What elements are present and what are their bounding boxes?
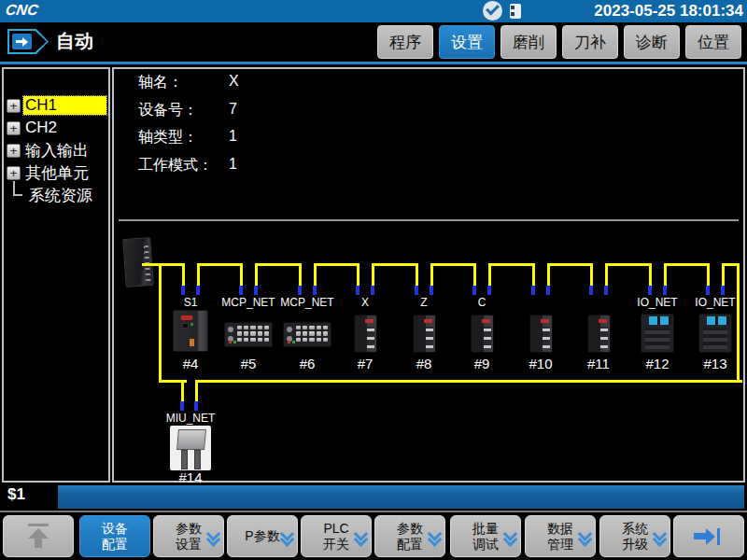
drive-led — [190, 323, 193, 326]
sidebar-item-4[interactable]: 系统资源 — [6, 185, 106, 205]
io-terminals — [703, 328, 727, 349]
sidebar-item-label: CH2 — [23, 119, 59, 137]
bus-wire — [605, 263, 608, 286]
bus-wire — [182, 263, 185, 286]
drive-display — [599, 319, 607, 323]
bus-connector — [472, 286, 476, 295]
sidebar-item-2[interactable]: +输入输出 — [6, 140, 106, 161]
softkey-3[interactable]: P参数 — [227, 515, 298, 557]
bus-connector — [706, 286, 710, 295]
panel-key — [296, 331, 301, 335]
bus-connector — [531, 286, 535, 295]
sidebar-item-1[interactable]: +CH2 — [6, 118, 106, 138]
drive-connectors — [543, 327, 550, 348]
drive-display — [424, 319, 432, 323]
expand-icon[interactable]: + — [7, 99, 21, 113]
bus-wire — [197, 263, 243, 266]
bus-wire — [240, 263, 243, 286]
panel-keys — [237, 326, 269, 342]
device-#6[interactable] — [283, 322, 331, 347]
bus-connector — [487, 286, 491, 295]
softkey-1[interactable]: 设备配置 — [79, 515, 150, 557]
device-#11[interactable] — [587, 315, 611, 353]
expand-icon[interactable]: + — [7, 166, 21, 180]
device-id-label: #13 — [686, 356, 744, 371]
bus-wire — [547, 263, 593, 266]
top-tab-1[interactable]: 设置 — [439, 25, 495, 59]
softkey-8[interactable]: 系统升级 — [599, 515, 670, 557]
panel-key — [250, 331, 255, 335]
device-id-label: #9 — [453, 356, 511, 371]
page-up-icon — [28, 524, 49, 549]
bus-wire — [142, 263, 185, 266]
panel-key — [303, 331, 307, 335]
panel-led — [233, 341, 236, 343]
device-#10[interactable] — [529, 315, 553, 353]
info-value: 1 — [229, 156, 237, 173]
expand-icon[interactable]: + — [7, 144, 21, 158]
device-#13[interactable] — [698, 314, 732, 353]
panel-key — [309, 338, 314, 342]
bus-wire — [547, 263, 550, 286]
io-terminals — [645, 328, 669, 349]
bus-wire — [181, 383, 184, 401]
drive-display — [541, 319, 549, 323]
top-tab-4[interactable]: 诊断 — [624, 25, 680, 59]
cnc-logo: CNC — [5, 2, 39, 19]
sidebar-item-0[interactable]: +CH1 — [6, 95, 106, 116]
chevron-down-icon — [207, 529, 219, 543]
datetime: 2023-05-25 18:01:34 — [594, 2, 743, 21]
divider-strip — [0, 62, 747, 64]
bus-wire — [430, 263, 433, 286]
info-label: 轴名： — [138, 73, 183, 92]
bus-connector — [180, 401, 184, 411]
mode-label: 自动 — [56, 29, 93, 54]
top-tab-2[interactable]: 磨削 — [500, 25, 557, 59]
device-#7[interactable] — [354, 315, 377, 353]
main-panel: S1#4MCP_NET#5MCP_NET#6X#7Z#8C#9#10#11IO_… — [112, 67, 745, 483]
softkey-5[interactable]: 参数配置 — [374, 515, 445, 557]
panel-led — [292, 341, 295, 343]
bus-wire — [357, 263, 359, 286]
softkey-4[interactable]: PLC开关 — [301, 515, 372, 557]
panel-key — [317, 338, 321, 342]
bus-wire — [664, 263, 667, 286]
softkey-2[interactable]: 参数设置 — [153, 515, 224, 557]
device-#14[interactable] — [170, 426, 211, 470]
bus-wire — [430, 263, 476, 266]
device-#9[interactable] — [471, 315, 494, 353]
drive-display — [365, 319, 374, 323]
top-tab-5[interactable]: 位置 — [685, 25, 741, 59]
page-up-button[interactable] — [3, 515, 74, 557]
sidebar-item-3[interactable]: +其他单元 — [6, 162, 106, 183]
device-#4[interactable] — [173, 310, 208, 352]
panel-keys — [296, 326, 328, 342]
device-id-label: #10 — [512, 356, 570, 371]
drive-button — [182, 323, 189, 329]
info-value: 1 — [229, 128, 237, 145]
softkey-7[interactable]: 数据管理 — [525, 515, 596, 557]
device-id-label: #12 — [628, 356, 686, 371]
device-#12[interactable] — [641, 314, 674, 353]
top-tab-0[interactable]: 程序 — [377, 25, 433, 59]
panel-key — [309, 331, 314, 335]
bus-wire — [605, 263, 652, 266]
drive-connectors — [600, 327, 608, 348]
device-#5[interactable] — [224, 322, 273, 347]
check-mark — [486, 2, 500, 16]
panel-key — [303, 338, 307, 342]
softkey-6[interactable]: 批量调试 — [450, 515, 521, 557]
channel-label: $1 — [7, 485, 25, 504]
bus-wire — [737, 263, 740, 383]
bus-wire — [255, 263, 302, 266]
bus-wire — [159, 263, 162, 383]
expand-icon[interactable]: + — [7, 121, 21, 135]
top-tab-3[interactable]: 刀补 — [562, 25, 618, 59]
host-controller[interactable] — [122, 237, 154, 287]
sidebar-tree: +CH1+CH2+输入输出+其他单元系统资源 — [2, 67, 110, 483]
next-page-button[interactable] — [673, 515, 744, 557]
miu-body — [176, 429, 206, 450]
device-#8[interactable] — [413, 315, 436, 353]
device-net-label: MCP_NET — [275, 296, 340, 309]
sidebar-item-label: 输入输出 — [23, 140, 91, 161]
